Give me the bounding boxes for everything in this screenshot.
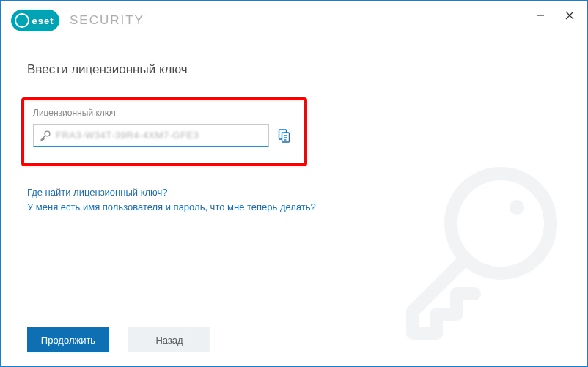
- minimize-button[interactable]: [526, 5, 555, 26]
- link-where-find-key[interactable]: Где найти лицензионный ключ?: [27, 185, 335, 200]
- key-icon: [40, 130, 51, 141]
- titlebar: eset SECURITY: [1, 1, 587, 40]
- help-links: Где найти лицензионный ключ? У меня есть…: [27, 185, 561, 214]
- eset-circle-icon: [15, 13, 29, 28]
- close-button[interactable]: [555, 5, 584, 26]
- footer: Продолжить Назад: [1, 314, 587, 366]
- license-highlight-box: Лицензионный ключ FRA3-W34T-39R4-4XM7-GF…: [21, 97, 307, 166]
- brand-logo: eset SECURITY: [11, 10, 144, 31]
- svg-point-5: [45, 131, 50, 136]
- continue-button[interactable]: Продолжить: [27, 327, 109, 352]
- license-input-row: FRA3-W34T-39R4-4XM7-GFE3: [33, 124, 291, 147]
- content-area: Ввести лицензионный ключ Лицензионный кл…: [1, 40, 587, 314]
- license-input[interactable]: FRA3-W34T-39R4-4XM7-GFE3: [33, 124, 269, 147]
- back-button[interactable]: Назад: [128, 327, 210, 352]
- license-value: FRA3-W34T-39R4-4XM7-GFE3: [56, 130, 199, 141]
- background-key-icon: [383, 150, 574, 341]
- brand-product: SECURITY: [70, 13, 144, 28]
- license-field-label: Лицензионный ключ: [33, 108, 291, 118]
- close-icon: [565, 11, 574, 20]
- eset-logo-text: eset: [32, 15, 54, 26]
- link-have-credentials[interactable]: У меня есть имя пользователя и пароль, ч…: [27, 200, 335, 215]
- minimize-icon: [536, 11, 545, 20]
- clipboard-icon: [276, 127, 291, 144]
- app-window: eset SECURITY Ввести лицензионный ключ Л…: [0, 0, 588, 367]
- window-controls: [526, 5, 584, 26]
- paste-button[interactable]: [276, 127, 291, 144]
- page-title: Ввести лицензионный ключ: [27, 62, 561, 77]
- eset-badge: eset: [11, 10, 59, 31]
